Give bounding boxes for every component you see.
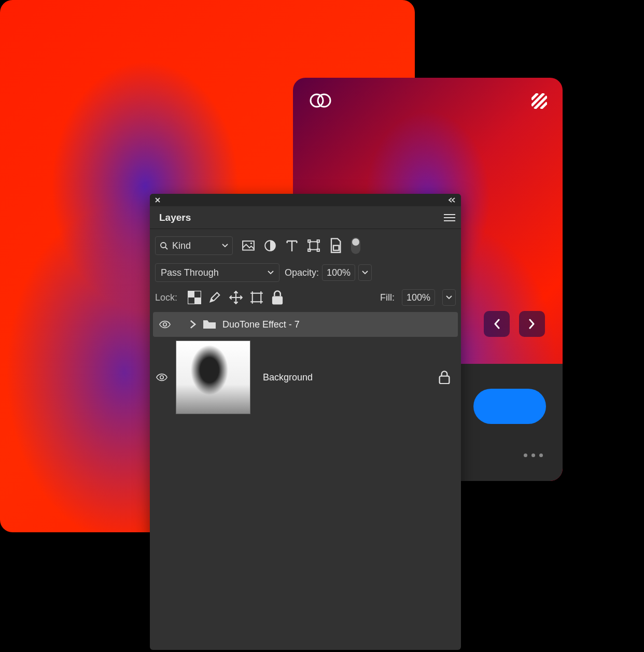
panel-menu-icon[interactable] — [438, 206, 461, 229]
filter-type-icon[interactable] — [286, 239, 298, 252]
more-icon[interactable] — [524, 453, 543, 457]
opacity-label: Opacity: — [285, 267, 319, 278]
prev-button[interactable] — [484, 311, 510, 337]
svg-point-42 — [160, 376, 163, 379]
layers-panel: Layers Kind — [150, 194, 461, 650]
layer-name: Background — [263, 372, 432, 383]
fill-dropdown[interactable] — [442, 289, 456, 306]
svg-rect-31 — [253, 293, 261, 302]
svg-point-41 — [163, 323, 166, 326]
next-button[interactable] — [519, 311, 545, 337]
svg-point-11 — [161, 243, 166, 248]
filter-smartobject-icon[interactable] — [329, 239, 342, 252]
close-icon[interactable] — [154, 196, 161, 204]
filter-kind-select[interactable]: Kind — [155, 236, 233, 255]
svg-rect-21 — [308, 240, 310, 242]
collapse-panel-icon[interactable] — [447, 197, 457, 203]
svg-line-12 — [165, 247, 167, 249]
filter-image-icon[interactable] — [242, 239, 255, 252]
blend-mode-select[interactable]: Pass Through — [155, 263, 279, 282]
svg-line-3 — [535, 96, 547, 109]
fill-input[interactable]: 100% — [402, 289, 435, 306]
hatch-icon[interactable] — [531, 93, 547, 109]
svg-rect-24 — [317, 249, 319, 251]
overlap-circles-icon[interactable] — [309, 93, 332, 109]
svg-rect-20 — [310, 242, 317, 249]
lock-artboard-icon[interactable] — [250, 291, 263, 304]
svg-rect-22 — [317, 240, 319, 242]
svg-rect-26 — [188, 291, 194, 297]
filter-toggle[interactable] — [351, 237, 360, 254]
filter-shape-icon[interactable] — [307, 239, 320, 252]
svg-rect-43 — [440, 376, 450, 384]
svg-point-14 — [250, 243, 252, 244]
opacity-value: 100% — [327, 267, 351, 278]
svg-rect-23 — [308, 249, 310, 251]
opacity-input[interactable]: 100% — [322, 264, 355, 281]
layer-row-group[interactable]: DuoTone Effect - 7 — [153, 312, 458, 337]
panel-titlebar — [150, 194, 461, 206]
layer-thumbnail — [176, 341, 250, 414]
svg-rect-40 — [272, 296, 283, 304]
svg-line-5 — [541, 103, 547, 109]
svg-point-1 — [318, 94, 330, 107]
tab-label: Layers — [159, 212, 191, 223]
layer-name: DuoTone Effect - 7 — [222, 319, 300, 330]
fill-label: Fill: — [380, 292, 395, 303]
disclosure-chevron-icon[interactable] — [189, 321, 197, 328]
svg-line-2 — [531, 93, 544, 106]
opacity-dropdown[interactable] — [358, 264, 372, 281]
lock-icon — [438, 371, 451, 384]
folder-icon — [203, 319, 216, 330]
svg-point-0 — [311, 94, 323, 107]
lock-pixels-icon[interactable] — [208, 291, 222, 304]
svg-rect-25 — [333, 246, 339, 250]
svg-rect-27 — [194, 297, 201, 304]
layer-row-background[interactable]: Background — [150, 337, 461, 418]
lock-label: Lock: — [155, 292, 177, 303]
blend-mode-value: Pass Through — [161, 267, 219, 278]
filter-adjustment-icon[interactable] — [264, 239, 276, 252]
lock-position-icon[interactable] — [229, 291, 243, 304]
lock-all-icon[interactable] — [271, 291, 284, 304]
tab-layers[interactable]: Layers — [150, 206, 200, 229]
visibility-toggle[interactable] — [154, 373, 170, 381]
layer-list: DuoTone Effect - 7 Background — [150, 312, 461, 418]
svg-line-4 — [531, 93, 538, 100]
visibility-toggle[interactable] — [157, 320, 173, 329]
lock-transparency-icon[interactable] — [188, 291, 201, 304]
kind-label: Kind — [172, 240, 218, 251]
primary-action-button[interactable] — [473, 389, 546, 424]
fill-value: 100% — [407, 292, 430, 303]
